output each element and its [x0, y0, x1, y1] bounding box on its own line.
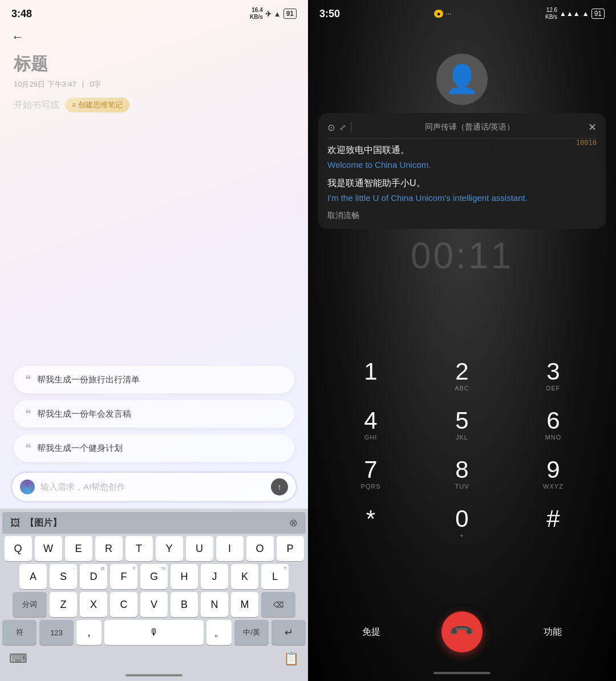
wifi-icon: ▲ — [274, 10, 281, 18]
create-mind-note-button[interactable]: ≡ 创建思维笔记 — [65, 98, 129, 112]
key-fenci[interactable]: 分词 — [13, 592, 47, 617]
key-n[interactable]: N — [201, 592, 228, 617]
key-r[interactable]: R — [95, 536, 123, 561]
keyboard-row-1: Q W E R T Y U I O P — [2, 536, 306, 561]
meta-separator: | — [82, 79, 84, 90]
settings-circle-icon[interactable]: ⊙ — [327, 122, 335, 133]
key-x[interactable]: X — [80, 592, 107, 617]
key-u[interactable]: U — [186, 536, 213, 561]
left-home-bar — [125, 674, 183, 676]
keyboard-switch-icon[interactable]: ⌨ — [9, 651, 27, 666]
toolbar-close-button[interactable]: ⊗ — [289, 517, 298, 529]
dial-sub-2: ABC — [455, 385, 469, 393]
right-status-icons-left: ● ··· — [434, 10, 452, 18]
keyboard-bottom-bar: ⌨ 📋 — [0, 648, 308, 672]
call-actions: 免提 📞 功能 — [308, 606, 616, 670]
dial-sub-5: JKL — [456, 434, 468, 442]
key-j[interactable]: J — [201, 564, 228, 589]
suggestion-card-3[interactable]: ❝ 帮我生成一个健身计划 — [14, 434, 294, 462]
key-f[interactable]: F# — [110, 564, 137, 589]
left-status-icons: 16.4KB/s ✈ ▲ 91 — [250, 7, 297, 21]
key-y[interactable]: Y — [156, 536, 183, 561]
key-v[interactable]: V — [140, 592, 168, 617]
translation-action-button[interactable]: 取消流畅 — [327, 211, 597, 221]
call-timer-area: 00:11 — [308, 235, 616, 277]
speakerphone-button[interactable]: 免提 — [348, 626, 394, 638]
key-e[interactable]: E — [65, 536, 92, 561]
key-d[interactable]: D@ — [80, 564, 107, 589]
call-number-overlay: 10010 — [576, 139, 597, 147]
key-lang-switch[interactable]: 中/英 — [234, 620, 269, 645]
dial-key-6[interactable]: 6 MNO — [508, 401, 599, 450]
dial-sub-0: + — [460, 532, 464, 540]
key-space[interactable]: 🎙 — [104, 620, 204, 645]
dial-num-3: 3 — [546, 360, 560, 384]
dial-key-9[interactable]: 9 WXYZ — [508, 450, 599, 499]
translation-close-button[interactable]: ✕ — [588, 121, 597, 134]
menu-dots: ··· — [445, 10, 451, 18]
key-comma[interactable]: ， — [76, 620, 102, 645]
dial-key-5[interactable]: 5 JKL — [416, 401, 508, 450]
dial-num-4: 4 — [364, 409, 377, 433]
dial-key-0[interactable]: 0 + — [416, 499, 508, 548]
key-w[interactable]: W — [35, 536, 62, 561]
call-timer: 00:11 — [411, 235, 513, 277]
dial-key-3[interactable]: 3 DEF — [508, 352, 599, 401]
dial-key-4[interactable]: 4 GHI — [325, 401, 416, 450]
suggestion-card-1[interactable]: ❝ 帮我生成一份旅行出行清单 — [14, 366, 294, 393]
dial-key-star[interactable]: * — [325, 499, 416, 548]
suggestion-text-2: 帮我生成一份年会发言稿 — [37, 409, 131, 420]
key-o[interactable]: O — [246, 536, 274, 561]
ai-input-bar[interactable]: 输入需求，AI帮您创作 ↑ — [11, 472, 297, 502]
key-g[interactable]: G% — [140, 564, 168, 589]
clipboard-icon[interactable]: 📋 — [283, 651, 299, 666]
dial-key-hash[interactable]: # — [508, 499, 599, 548]
key-h[interactable]: H — [171, 564, 198, 589]
quote-icon-2: ❝ — [25, 408, 31, 420]
note-title[interactable]: 标题 — [14, 53, 294, 76]
dial-key-7[interactable]: 7 PQRS — [325, 450, 416, 499]
key-c[interactable]: C — [110, 592, 137, 617]
right-panel: 3:50 ● ··· 12.6KB/s ▲▲▲ ▲ 91 👤 ⊙ ⤢ 同声传译（… — [308, 0, 616, 681]
backspace-key[interactable]: ⌫ — [261, 592, 295, 617]
function-label: 功能 — [544, 626, 562, 638]
expand-icon[interactable]: ⤢ — [339, 123, 346, 132]
key-i[interactable]: I — [216, 536, 244, 561]
back-button[interactable]: ← — [0, 25, 308, 47]
ai-input-field[interactable]: 输入需求，AI帮您创作 — [40, 482, 265, 493]
dial-key-2[interactable]: 2 ABC — [416, 352, 508, 401]
translation-english-1: Welcome to China Unicom. — [327, 159, 597, 171]
function-button[interactable]: 功能 — [530, 626, 576, 638]
key-z[interactable]: Z — [50, 592, 77, 617]
key-123[interactable]: 123 — [39, 620, 74, 645]
dial-key-1[interactable]: 1 — [325, 352, 416, 401]
suggestion-card-2[interactable]: ❝ 帮我生成一份年会发言稿 — [14, 400, 294, 428]
dial-num-star: * — [366, 507, 375, 531]
quote-icon-3: ❝ — [25, 442, 31, 454]
keyboard-toolbar: 🖼 【图片】 ⊗ — [2, 512, 306, 534]
key-l[interactable]: L? — [261, 564, 289, 589]
right-time: 3:50 — [319, 8, 340, 20]
key-b[interactable]: B — [171, 592, 198, 617]
end-call-button[interactable]: 📞 — [441, 611, 483, 652]
key-a[interactable]: A — [19, 564, 47, 589]
key-enter[interactable]: ↵ — [271, 620, 306, 645]
key-symbol[interactable]: 符 — [2, 620, 37, 645]
dial-num-9: 9 — [546, 458, 560, 482]
keyboard-row-2: A S- D@ F# G% H J K L? — [2, 564, 306, 589]
ai-send-button[interactable]: ↑ — [271, 478, 288, 495]
keyboard-row-4: 符 123 ， 🎙 。 中/英 ↵ — [2, 620, 306, 645]
key-period[interactable]: 。 — [206, 620, 232, 645]
image-icon[interactable]: 🖼 — [10, 517, 21, 529]
header-separator — [351, 122, 351, 132]
bracket-text: 【图片】 — [25, 517, 62, 529]
dial-key-8[interactable]: 8 TUV — [416, 450, 508, 499]
key-k[interactable]: K — [231, 564, 258, 589]
key-s[interactable]: S- — [50, 564, 77, 589]
translation-overlay: ⊙ ⤢ 同声传译（普通话/英语） ✕ 10010 欢迎致电中国联通。 Welco… — [318, 113, 606, 229]
key-q[interactable]: Q — [5, 536, 32, 561]
key-p[interactable]: P — [277, 536, 304, 561]
right-home-bar — [433, 672, 491, 674]
key-t[interactable]: T — [125, 536, 153, 561]
key-m[interactable]: M — [231, 592, 258, 617]
